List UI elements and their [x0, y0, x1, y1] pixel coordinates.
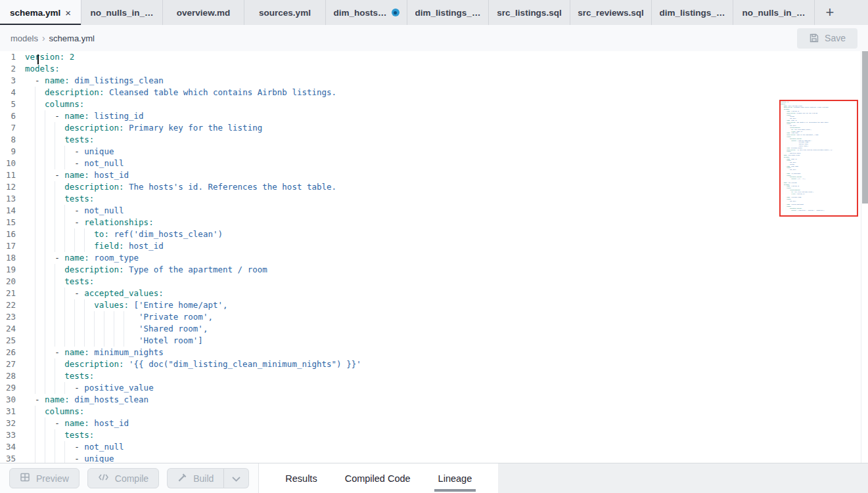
line-number: 33 [0, 429, 25, 441]
editor-tab-src-listings-sql[interactable]: src_listings.sql [489, 0, 570, 25]
editor-line[interactable]: 30- name: dim_hosts_clean [0, 394, 868, 406]
tab-label: dim_hosts… [333, 8, 386, 18]
code-editor[interactable]: 1version: 22models:3- name: dim_listings… [0, 51, 868, 463]
editor-line[interactable]: 28tests: [0, 370, 868, 382]
tab-label: no_nulls_in_… [742, 8, 805, 18]
editor-line[interactable]: 23 'Private room', [0, 311, 868, 323]
close-tab-icon[interactable]: × [65, 8, 71, 18]
breadcrumb-item-models[interactable]: models [11, 33, 38, 43]
vertical-scrollbar-thumb[interactable] [862, 51, 868, 204]
vertical-scrollbar-track[interactable] [861, 51, 868, 463]
editor-line[interactable]: 10- not_null [0, 158, 868, 169]
editor-line[interactable]: 3- name: dim_listings_clean [0, 75, 868, 87]
editor-line[interactable]: 14- not_null [0, 205, 868, 217]
line-number: 2 [0, 63, 25, 75]
editor-line: values: ['positive', 'neutral', 'negativ… [781, 209, 858, 211]
editor-line[interactable]: 1version: 2 [0, 51, 868, 63]
tab-label: src_listings.sql [497, 8, 561, 18]
save-icon [809, 33, 819, 43]
editor-tab-dim-listings-[interactable]: dim_listings_… [652, 0, 733, 25]
line-number: 21 [0, 288, 25, 299]
result-panel-tabs: ResultsCompiled CodeLineage [259, 463, 498, 493]
minimap-viewport[interactable]: version: 2models:- name: dim_listings_cl… [779, 100, 858, 217]
editor-line[interactable]: 33tests: [0, 429, 868, 441]
tab-label: overview.md [177, 8, 230, 18]
build-split-button: Build [167, 468, 249, 488]
line-number: 22 [0, 299, 25, 311]
line-number: 13 [0, 193, 25, 205]
line-number: 23 [0, 311, 25, 323]
editor-line[interactable]: 32- name: host_id [0, 418, 868, 429]
build-dropdown-button[interactable] [223, 468, 249, 488]
editor-tab-dim-listings-[interactable]: dim_listings_… [407, 0, 489, 25]
line-number: 7 [0, 122, 25, 134]
preview-button-label: Preview [36, 473, 69, 484]
editor-line[interactable]: 9- unique [0, 146, 868, 158]
save-button[interactable]: Save [797, 28, 857, 49]
panel-tab-compiled-code[interactable]: Compiled Code [336, 463, 420, 493]
editor-line[interactable]: 5columns: [0, 98, 868, 110]
line-number: 17 [0, 240, 25, 252]
editor-line[interactable]: 25 'Hotel room'] [0, 335, 868, 347]
editor-line[interactable]: 13tests: [0, 193, 868, 205]
compile-button-label: Compile [115, 473, 148, 484]
line-number: 18 [0, 252, 25, 264]
tab-label: sources.yml [259, 8, 311, 18]
editor-line[interactable]: 12description: The hosts's id. Reference… [0, 181, 868, 193]
line-number: 1 [0, 51, 25, 63]
code-brackets-icon [98, 473, 109, 484]
breadcrumb-separator-icon: › [42, 33, 45, 43]
compile-button[interactable]: Compile [87, 468, 159, 488]
editor-line[interactable]: 8tests: [0, 134, 868, 146]
editor-line[interactable]: 6- name: listing_id [0, 110, 868, 122]
line-number: 27 [0, 358, 25, 370]
editor-tab-sources-yml[interactable]: sources.yml [244, 0, 326, 25]
editor-line[interactable]: 27description: '{{ doc("dim_listing_clea… [0, 358, 868, 370]
chevron-down-icon [232, 473, 240, 484]
editor-line[interactable]: 26- name: minimum_nights [0, 347, 868, 358]
line-number: 35 [0, 453, 25, 463]
bottom-toolbar: Preview Compile Build [0, 463, 868, 493]
editor-tab-no-nulls-in-[interactable]: no_nulls_in_… [733, 0, 815, 25]
line-number: 32 [0, 418, 25, 429]
preview-table-icon [20, 472, 30, 484]
line-number: 9 [0, 146, 25, 158]
minimap-code: version: 2models:- name: dim_listings_cl… [781, 101, 858, 211]
new-tab-button[interactable]: + [815, 0, 845, 25]
text-cursor [37, 54, 39, 64]
tab-label: schema.yml [10, 8, 60, 18]
panel-tab-results[interactable]: Results [276, 463, 326, 493]
editor-line[interactable]: 18- name: room_type [0, 252, 868, 264]
line-number: 3 [0, 75, 25, 87]
editor-line[interactable]: 31columns: [0, 406, 868, 418]
editor-line[interactable]: 15- relationships: [0, 217, 868, 228]
panel-tab-lineage[interactable]: Lineage [429, 463, 482, 493]
editor-line[interactable]: 19description: Type of the apartment / r… [0, 264, 868, 276]
editor-line[interactable]: 20tests: [0, 276, 868, 288]
line-number: 26 [0, 347, 25, 358]
editor-tab-dim-hosts-[interactable]: dim_hosts… [326, 0, 407, 25]
editor-line[interactable]: 17field: host_id [0, 240, 868, 252]
editor-tab-schema-yml[interactable]: schema.yml× [0, 0, 81, 25]
line-number: 15 [0, 217, 25, 228]
preview-button[interactable]: Preview [9, 468, 80, 488]
editor-line[interactable]: 22values: ['Entire home/apt', [0, 299, 868, 311]
build-button[interactable]: Build [167, 468, 223, 488]
editor-tab-overview-md[interactable]: overview.md [163, 0, 244, 25]
save-button-label: Save [825, 33, 846, 43]
editor-line[interactable]: 11- name: host_id [0, 169, 868, 181]
breadcrumb-row: models › schema.yml Save [0, 25, 868, 51]
breadcrumb-item-schema: schema.yml [49, 33, 95, 43]
editor-line[interactable]: 7description: Primary key for the listin… [0, 122, 868, 134]
editor-line[interactable]: 24 'Shared room', [0, 323, 868, 335]
editor-line[interactable]: 35- unique [0, 453, 868, 463]
editor-line[interactable]: 16to: ref('dim_hosts_clean') [0, 228, 868, 240]
editor-line[interactable]: 4description: Cleansed table which conta… [0, 87, 868, 98]
editor-line[interactable]: 29- positive_value [0, 382, 868, 394]
editor-line[interactable]: 21- accepted_values: [0, 288, 868, 299]
editor-line[interactable]: 2models: [0, 63, 868, 75]
editor-tab-no-nulls-in-[interactable]: no_nulls_in_… [81, 0, 163, 25]
editor-tab-src-reviews-sql[interactable]: src_reviews.sql [570, 0, 652, 25]
action-buttons: Preview Compile Build [0, 463, 259, 493]
editor-line[interactable]: 34- not_null [0, 441, 868, 453]
